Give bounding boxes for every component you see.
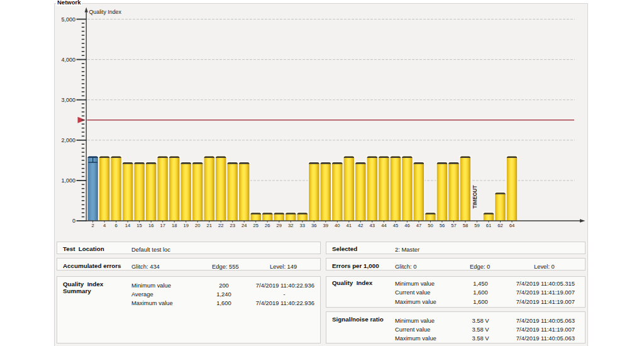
svg-text:4: 4 [103, 223, 106, 228]
svg-text:61: 61 [486, 223, 491, 228]
svg-text:6: 6 [114, 223, 117, 228]
svg-text:43: 43 [370, 223, 375, 228]
svg-text:18: 18 [172, 223, 177, 228]
svg-text:5,000: 5,000 [61, 16, 75, 23]
svg-text:2,000: 2,000 [61, 137, 75, 143]
svg-text:25: 25 [253, 223, 258, 228]
svg-text:Quality Index: Quality Index [89, 9, 122, 15]
svg-text:44: 44 [381, 223, 386, 228]
svg-text:3,000: 3,000 [61, 97, 75, 103]
svg-text:16: 16 [148, 223, 153, 228]
svg-text:62: 62 [497, 223, 502, 228]
svg-text:17: 17 [160, 223, 165, 228]
svg-text:42: 42 [358, 223, 363, 228]
svg-text:26: 26 [265, 223, 270, 228]
svg-text:39: 39 [323, 223, 328, 228]
svg-text:14: 14 [125, 223, 130, 228]
svg-text:TIMEOUT: TIMEOUT [472, 186, 478, 209]
svg-text:36: 36 [311, 223, 316, 228]
svg-text:24: 24 [242, 223, 247, 228]
svg-text:47: 47 [416, 223, 421, 228]
svg-text:32: 32 [288, 223, 293, 228]
svg-text:0: 0 [72, 218, 75, 224]
svg-text:41: 41 [347, 223, 352, 228]
svg-text:21: 21 [206, 223, 211, 228]
svg-text:59: 59 [474, 223, 479, 228]
svg-text:15: 15 [136, 223, 142, 228]
svg-text:19: 19 [183, 223, 188, 228]
svg-text:56: 56 [440, 223, 445, 228]
svg-text:1,000: 1,000 [61, 177, 75, 184]
svg-text:4,000: 4,000 [61, 57, 75, 63]
svg-text:22: 22 [218, 223, 223, 228]
svg-text:50: 50 [428, 223, 433, 228]
svg-text:2: 2 [91, 223, 94, 228]
svg-text:57: 57 [451, 223, 456, 228]
svg-text:29: 29 [277, 223, 282, 228]
svg-text:40: 40 [335, 223, 340, 228]
svg-text:23: 23 [230, 223, 235, 228]
svg-text:20: 20 [195, 223, 200, 228]
svg-text:58: 58 [463, 223, 468, 228]
svg-text:45: 45 [393, 223, 398, 228]
svg-text:46: 46 [404, 223, 409, 228]
svg-text:33: 33 [300, 223, 305, 228]
svg-text:64: 64 [509, 223, 514, 228]
